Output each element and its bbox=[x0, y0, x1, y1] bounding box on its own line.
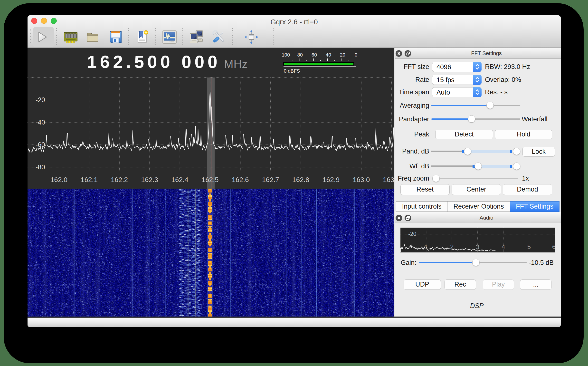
svg-text:162.2: 162.2 bbox=[111, 176, 128, 183]
svg-text:163.0: 163.0 bbox=[353, 176, 370, 183]
svg-text:6: 6 bbox=[552, 243, 555, 250]
svg-text:0 dBFS: 0 dBFS bbox=[284, 68, 300, 74]
svg-text:162.6: 162.6 bbox=[232, 176, 249, 183]
svg-text:-60: -60 bbox=[310, 52, 317, 58]
svg-text:162.3: 162.3 bbox=[141, 176, 158, 183]
svg-text:4: 4 bbox=[502, 243, 505, 250]
svg-text:-40: -40 bbox=[36, 119, 45, 126]
svg-text:162.0: 162.0 bbox=[50, 176, 67, 183]
svg-text:-20: -20 bbox=[408, 231, 416, 237]
svg-text:-80: -80 bbox=[36, 164, 45, 171]
svg-text:-60: -60 bbox=[36, 141, 45, 148]
svg-text:162.1: 162.1 bbox=[81, 176, 98, 183]
svg-text:-20: -20 bbox=[338, 52, 345, 58]
svg-text:-40: -40 bbox=[324, 52, 331, 58]
svg-text:5: 5 bbox=[527, 243, 531, 250]
svg-text:-100: -100 bbox=[280, 52, 290, 58]
svg-text:162.4: 162.4 bbox=[171, 176, 188, 183]
svg-text:162.7: 162.7 bbox=[262, 176, 279, 183]
svg-text:0: 0 bbox=[355, 52, 357, 58]
svg-text:-20: -20 bbox=[36, 96, 45, 104]
svg-text:162.9: 162.9 bbox=[322, 176, 340, 183]
svg-text:162.8: 162.8 bbox=[292, 176, 309, 183]
svg-text:-80: -80 bbox=[296, 52, 303, 58]
svg-text:3: 3 bbox=[476, 243, 479, 250]
